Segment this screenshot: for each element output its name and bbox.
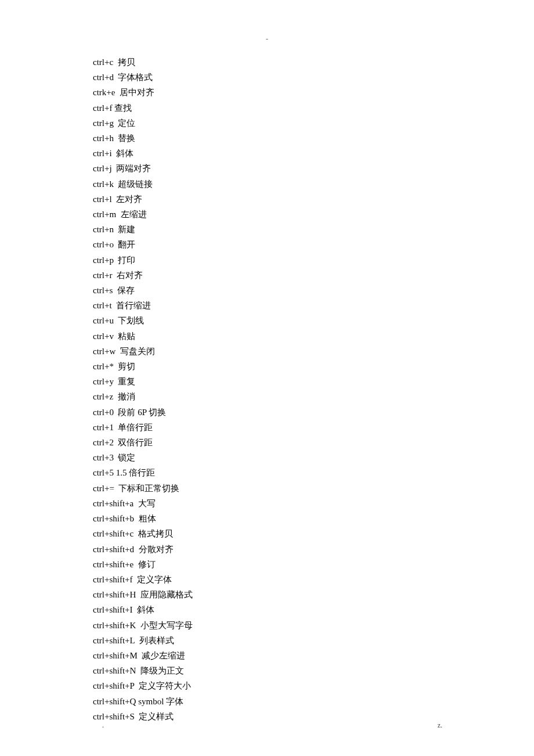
separator <box>136 590 140 599</box>
list-item: ctrl+3 锁定 <box>93 450 193 465</box>
shortcut-description: 定义样式 <box>139 712 174 721</box>
footer-left-dot: . <box>102 721 104 730</box>
shortcut-description: 粗体 <box>139 514 156 523</box>
list-item: ctrl+shift+I 斜体 <box>93 602 193 617</box>
list-item: ctrl+c 拷贝 <box>93 55 193 70</box>
shortcut-key: ctrl+shift+b <box>93 514 134 523</box>
shortcut-key: ctrl+d <box>93 73 114 82</box>
shortcut-key: ctrl+shift+L <box>93 636 135 645</box>
separator <box>115 88 120 97</box>
footer-right-mark: z. <box>438 721 442 730</box>
shortcut-description: 应用隐藏格式 <box>140 590 193 599</box>
shortcut-key: ctrl+z <box>93 392 113 401</box>
shortcut-key: ctrl+1 <box>93 423 114 432</box>
list-item: ctrl+shift+Q symbol 字体 <box>93 694 193 709</box>
shortcut-key: ctrl+shift+d <box>93 545 134 554</box>
list-item: ctrl+p 打印 <box>93 253 193 268</box>
shortcut-description: 段前 6P 切换 <box>118 408 166 417</box>
shortcut-description: 打印 <box>118 255 135 265</box>
separator <box>112 301 117 310</box>
shortcut-description: 写盘关闭 <box>120 347 155 356</box>
list-item: ctrl+g 定位 <box>93 116 193 131</box>
separator <box>134 514 139 523</box>
shortcut-description: 撤消 <box>118 392 135 401</box>
shortcut-key: ctrl+j <box>93 164 112 173</box>
shortcut-key: ctrl+u <box>93 316 114 325</box>
page-header-marker: - <box>266 35 268 44</box>
list-item: ctrl+l 左对齐 <box>93 192 193 207</box>
shortcut-key: ctrl+shift+c <box>93 529 134 538</box>
shortcut-description: 大写 <box>138 499 156 508</box>
separator <box>112 164 117 173</box>
shortcut-description: 下划线 <box>118 316 144 325</box>
shortcut-description: 定义字体 <box>137 575 172 584</box>
list-item: ctrl+0 段前 6P 切换 <box>93 405 193 420</box>
list-item: ctrl+shift+e 修订 <box>93 557 193 572</box>
list-item: ctrl+shift+K 小型大写字母 <box>93 618 193 633</box>
list-item: ctrl+y 重复 <box>93 374 193 389</box>
shortcut-key: ctrl+3 <box>93 453 114 462</box>
separator <box>112 271 117 280</box>
shortcut-key: ctrl+w <box>93 347 116 356</box>
list-item: ctrl+* 剪切 <box>93 359 193 374</box>
separator <box>136 621 140 630</box>
list-item: ctrl+t 首行缩进 <box>93 298 193 313</box>
shortcut-key: ctrk+e <box>93 88 115 97</box>
shortcut-key: ctrl+c <box>93 57 113 67</box>
shortcut-description: 替换 <box>118 134 135 143</box>
shortcut-key: ctrl+k <box>93 179 114 189</box>
shortcut-key: ctrl+p <box>93 255 114 265</box>
shortcut-key: ctrl+h <box>93 134 114 143</box>
shortcut-key: ctrl+y <box>93 377 114 386</box>
shortcut-key: ctrl+shift+K <box>93 621 136 630</box>
shortcut-description: 斜体 <box>137 605 154 614</box>
shortcut-key: ctrl+shift+e <box>93 560 134 569</box>
shortcut-key: ctrl+o <box>93 240 114 249</box>
shortcut-description: 左缩进 <box>121 210 147 219</box>
list-item: ctrl+u 下划线 <box>93 313 193 328</box>
shortcut-description: 单倍行距 <box>118 423 153 432</box>
separator <box>134 560 138 569</box>
shortcut-description: 列表样式 <box>139 636 174 645</box>
list-item: ctrl+shift+M 减少左缩进 <box>93 648 193 663</box>
separator <box>134 681 139 690</box>
list-item: ctrl+m 左缩进 <box>93 207 193 222</box>
shortcut-key: ctrl+s <box>93 286 113 295</box>
shortcut-description: 格式拷贝 <box>138 529 173 538</box>
shortcut-key: ctrl+n <box>93 225 114 234</box>
shortcut-key: ctrl+t <box>93 301 112 310</box>
separator <box>134 545 139 554</box>
shortcut-key: ctrl+shift+Q <box>93 697 136 706</box>
list-item: ctrl+5 1.5 倍行距 <box>93 465 193 480</box>
shortcut-key: ctrl+m <box>93 210 116 219</box>
list-item: ctrl+shift+P 定义字符大小 <box>93 678 193 693</box>
list-item: ctrl+shift+c 格式拷贝 <box>93 526 193 541</box>
shortcut-description: 新建 <box>118 225 135 234</box>
separator <box>113 286 117 295</box>
list-item: ctrl+i 斜体 <box>93 146 193 161</box>
shortcut-key: ctrl+* <box>93 362 114 371</box>
separator <box>134 529 138 538</box>
separator <box>133 575 138 584</box>
shortcut-key: ctrl+g <box>93 118 114 128</box>
shortcut-description: 剪切 <box>118 362 135 371</box>
separator <box>116 210 121 219</box>
shortcut-list: ctrl+c 拷贝ctrl+d 字体格式ctrk+e 居中对齐ctrl+f 查找… <box>93 55 193 724</box>
shortcut-description: 居中对齐 <box>120 88 154 97</box>
list-item: ctrl+z 撤消 <box>93 389 193 404</box>
list-item: ctrl+d 字体格式 <box>93 70 193 85</box>
shortcut-key: ctrl+r <box>93 271 112 280</box>
list-item: ctrl+shift+f 定义字体 <box>93 572 193 587</box>
list-item: ctrl+= 下标和正常切换 <box>93 481 193 496</box>
list-item: ctrl+shift+H 应用隐藏格式 <box>93 587 193 602</box>
list-item: ctrl+shift+b 粗体 <box>93 511 193 526</box>
shortcut-key: ctrl+shift+P <box>93 681 134 690</box>
list-item: ctrl+j 两端对齐 <box>93 161 193 176</box>
list-item: ctrl+w 写盘关闭 <box>93 344 193 359</box>
shortcut-description: 1.5 倍行距 <box>116 468 156 477</box>
shortcut-description: 定义字符大小 <box>139 681 191 690</box>
list-item: ctrl+h 替换 <box>93 131 193 146</box>
shortcut-description: 下标和正常切换 <box>118 484 179 493</box>
shortcut-key: ctrl+shift+M <box>93 651 138 660</box>
shortcut-key: ctrl+l <box>93 195 112 204</box>
